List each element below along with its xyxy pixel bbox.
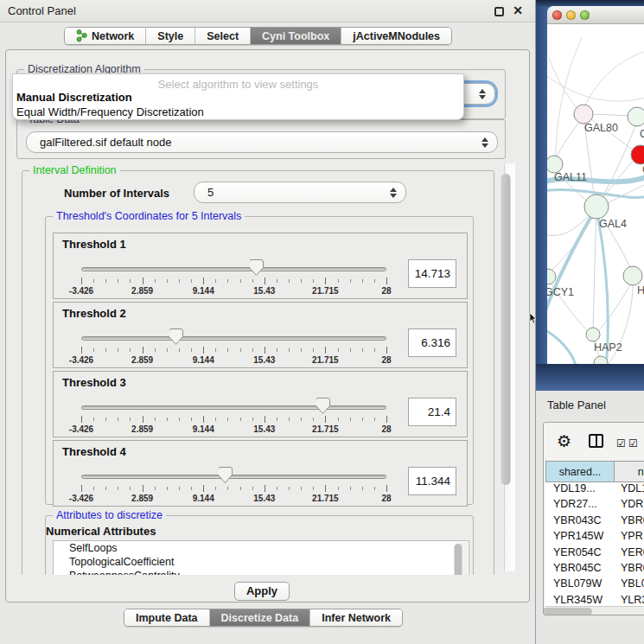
tick-mark	[313, 487, 314, 490]
attributes-group-title: Attributes to discretize	[53, 509, 166, 521]
close-panel-button[interactable]: ✕	[513, 3, 523, 17]
cell-name[interactable]: YPR1	[615, 530, 644, 545]
tab-select[interactable]: Select	[195, 28, 251, 44]
threshold-slider[interactable]: -3.4262.8599.14415.4321.71528	[81, 396, 386, 436]
tick-mark	[81, 416, 82, 423]
network-node[interactable]	[586, 328, 600, 341]
cell-shared-name[interactable]: YLR345W	[545, 594, 615, 606]
network-node[interactable]	[574, 105, 593, 124]
slider-thumb[interactable]	[169, 328, 183, 345]
cell-name[interactable]: YDL1	[615, 482, 644, 498]
split-columns-icon[interactable]	[589, 434, 603, 448]
tab-infer-network[interactable]: Infer Network	[310, 609, 402, 626]
column-header-shared-name[interactable]: shared...	[545, 461, 615, 482]
threshold-slider[interactable]: -3.4262.8599.14415.4321.71528	[81, 465, 386, 505]
float-window-button[interactable]	[494, 7, 504, 16]
tick-mark	[386, 485, 387, 492]
window-minimize-icon[interactable]	[566, 10, 576, 20]
cell-name[interactable]: YBR0	[615, 562, 644, 577]
tick-mark	[265, 485, 265, 492]
cell-name[interactable]: YBL0	[615, 577, 644, 593]
network-edge[interactable]	[556, 38, 582, 167]
attribute-list-item[interactable]: SelfLoops	[54, 541, 469, 555]
threshold-value-field[interactable]: 21.4	[408, 398, 456, 426]
tab-network[interactable]: Network	[65, 28, 146, 44]
network-edge[interactable]	[555, 121, 580, 163]
table-row[interactable]: YPR145W YPR1	[545, 530, 644, 545]
window-zoom-icon[interactable]	[580, 10, 590, 20]
application-window: Control Panel ✕ Network Style Select Cyn…	[0, 0, 644, 644]
checkbox-icon[interactable]: ☑	[628, 437, 638, 450]
cell-shared-name[interactable]: YBR045C	[545, 562, 615, 577]
table-panel-title: Table Panel	[547, 399, 606, 411]
network-node[interactable]	[584, 194, 609, 219]
cell-shared-name[interactable]: YER054C	[545, 546, 615, 562]
tab-impute-data[interactable]: Impute Data	[124, 609, 210, 626]
cell-shared-name[interactable]: YBL079W	[545, 577, 615, 593]
table-horizontal-scrollbar[interactable]	[545, 606, 644, 615]
tab-discretize-data[interactable]: Discretize Data	[210, 609, 311, 626]
dropdown-placeholder-item[interactable]: Select algorithm to view settings	[13, 78, 463, 91]
threshold-value-field[interactable]: 11.344	[408, 467, 456, 495]
network-node[interactable]	[547, 269, 556, 284]
cell-name[interactable]: YER0	[615, 546, 644, 562]
scrollbar-thumb[interactable]	[543, 608, 592, 615]
number-of-intervals-combobox[interactable]: 5	[194, 182, 406, 203]
window-close-icon[interactable]	[552, 10, 562, 20]
cell-shared-name[interactable]: YDR27...	[545, 498, 615, 513]
dropdown-item-equal-width-frequency[interactable]: Equal Width/Frequency Discretization	[16, 105, 204, 118]
cell-name[interactable]: YLR3	[615, 594, 644, 606]
dropdown-item-manual-discretization[interactable]: Manual Discretization	[16, 91, 132, 104]
table-row[interactable]: YER054C YER0	[545, 546, 644, 562]
network-edge[interactable]	[597, 280, 633, 332]
network-canvas[interactable]: GAL80GACGAL11GAL4GCY1HHAP2	[547, 24, 644, 364]
cell-shared-name[interactable]: YPR145W	[545, 530, 615, 545]
slider-thumb[interactable]	[219, 467, 233, 483]
tab-cyni-toolbox[interactable]: Cyni Toolbox	[251, 28, 341, 44]
table-row[interactable]: YDL19... YDL1	[545, 482, 644, 498]
gear-icon[interactable]: ⚙	[557, 431, 571, 451]
scrollbar-thumb[interactable]	[501, 174, 511, 485]
network-desktop-frame: GAL80GACGAL11GAL4GCY1HHAP2	[536, 0, 644, 391]
table-row[interactable]: YBL079W YBL0	[545, 577, 644, 593]
checkbox-icon[interactable]: ☑	[616, 437, 626, 450]
threshold-slider[interactable]: -3.4262.8599.14415.4321.71528	[81, 327, 386, 367]
column-header-name[interactable]: name	[615, 461, 644, 482]
cell-shared-name[interactable]: YDL19...	[545, 482, 615, 498]
tick-label: 21.715	[312, 424, 339, 434]
cell-name[interactable]: YDR2	[615, 498, 644, 513]
apply-button[interactable]: Apply	[234, 582, 290, 601]
tab-style[interactable]: Style	[146, 28, 195, 44]
table-row[interactable]: YBR045C YBR0	[545, 562, 644, 577]
slider-thumb[interactable]	[316, 398, 330, 414]
table-row[interactable]: YDR27... YDR2	[545, 498, 644, 513]
table-row[interactable]: YLR345W YLR3	[545, 594, 644, 606]
network-edge[interactable]	[547, 207, 596, 320]
tick-mark	[277, 279, 277, 283]
network-node[interactable]	[631, 145, 644, 164]
slider-track[interactable]	[81, 475, 386, 479]
threshold-value-field[interactable]: 6.316	[408, 328, 456, 357]
slider-track[interactable]	[81, 405, 386, 410]
attribute-list-item[interactable]: BetweennessCentrality	[54, 569, 469, 575]
slider-track[interactable]	[81, 267, 386, 271]
network-node[interactable]	[547, 156, 563, 173]
table-row[interactable]: YBR043C YBR0	[545, 514, 644, 530]
network-edge[interactable]	[549, 57, 578, 111]
network-edge[interactable]	[547, 328, 577, 364]
network-node[interactable]	[628, 107, 644, 126]
tab-jactivemnodules[interactable]: jActiveMNodules	[341, 28, 451, 44]
tick-label: 2.859	[131, 424, 153, 434]
slider-track[interactable]	[81, 336, 386, 341]
attribute-list-item[interactable]: TopologicalCoefficient	[54, 555, 469, 569]
network-edge[interactable]	[593, 211, 596, 330]
network-node[interactable]	[623, 266, 642, 285]
slider-thumb[interactable]	[250, 259, 264, 276]
network-window-titlebar[interactable]	[547, 6, 644, 24]
cell-shared-name[interactable]: YBR043C	[545, 514, 615, 530]
threshold-value-field[interactable]: 14.713	[408, 259, 456, 288]
table-data-combobox[interactable]: galFiltered.sif default node	[26, 131, 498, 153]
threshold-slider[interactable]: -3.4262.8599.14415.4321.71528	[81, 258, 386, 297]
settings-vertical-scrollbar[interactable]	[504, 163, 515, 571]
cell-name[interactable]: YBR0	[615, 514, 644, 530]
